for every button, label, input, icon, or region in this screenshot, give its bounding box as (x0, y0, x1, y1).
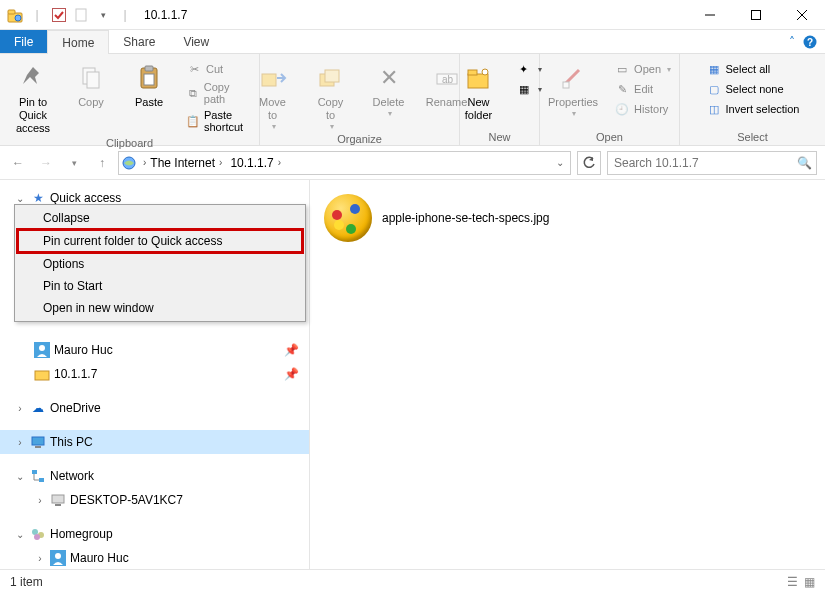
open-button[interactable]: ▭Open▾ (610, 60, 675, 78)
tab-view[interactable]: View (169, 30, 223, 53)
close-button[interactable] (779, 0, 825, 30)
svg-rect-1 (8, 10, 15, 14)
properties-button[interactable]: Properties▾ (544, 58, 602, 120)
sidebar-item-label: 10.1.1.7 (54, 367, 97, 381)
rename-icon: ab (431, 62, 463, 94)
address-dropdown-icon[interactable]: ⌄ (556, 157, 570, 168)
sidebar-item-label: Quick access (50, 191, 121, 205)
content-area[interactable]: apple-iphone-se-tech-specs.jpg (310, 180, 825, 569)
breadcrumb-leaf[interactable]: 10.1.1.7› (226, 152, 285, 174)
svg-rect-6 (752, 10, 761, 19)
select-none-button[interactable]: ▢Select none (702, 80, 804, 98)
search-icon: 🔍 (797, 156, 812, 170)
cut-button[interactable]: ✂Cut (182, 60, 251, 78)
chevron-right-icon[interactable]: › (34, 553, 46, 564)
document-icon[interactable] (72, 6, 90, 24)
sidebar-item-onedrive[interactable]: › ☁ OneDrive (0, 396, 309, 420)
sidebar-item-label: Mauro Huc (54, 343, 113, 357)
svg-rect-30 (35, 446, 41, 448)
sidebar-item-desktop-pc[interactable]: › DESKTOP-5AV1KC7 (0, 488, 309, 512)
chevron-right-icon[interactable]: › (14, 403, 26, 414)
tab-file[interactable]: File (0, 30, 47, 53)
copy-to-icon (315, 62, 347, 94)
ribbon: Pin to Quick access Copy Paste ✂Cut ⧉Cop… (0, 54, 825, 146)
select-all-button[interactable]: ▦Select all (702, 60, 804, 78)
checkbox-icon[interactable] (50, 6, 68, 24)
recent-locations-button[interactable]: ▾ (64, 153, 84, 173)
ctx-collapse[interactable]: Collapse (17, 207, 303, 229)
sidebar-item-label: OneDrive (50, 401, 101, 415)
large-icons-view-button[interactable]: ▦ (804, 575, 815, 589)
sidebar-item-ip[interactable]: 10.1.1.7 📌 (0, 362, 309, 386)
qat-separator: | (28, 6, 46, 24)
chevron-down-icon[interactable]: ⌄ (14, 193, 26, 204)
search-box[interactable]: 🔍 (607, 151, 817, 175)
network-icon (30, 468, 46, 484)
breadcrumb-root[interactable]: ›The Internet› (139, 152, 226, 174)
refresh-button[interactable] (577, 151, 601, 175)
computer-icon (50, 492, 66, 508)
location-icon (119, 155, 139, 171)
rename-button[interactable]: ab Rename (422, 58, 472, 111)
open-icon: ▭ (614, 61, 630, 77)
help-icon[interactable]: ? (803, 35, 817, 49)
maximize-button[interactable] (733, 0, 779, 30)
sidebar-item-homegroup-user[interactable]: › Mauro Huc (0, 546, 309, 569)
user-icon (50, 550, 66, 566)
list-item[interactable]: apple-iphone-se-tech-specs.jpg (324, 194, 811, 242)
search-input[interactable] (612, 155, 797, 171)
folder-icon (34, 366, 50, 382)
forward-button[interactable]: → (36, 153, 56, 173)
history-button[interactable]: 🕘History (610, 100, 675, 118)
sidebar-item-homegroup[interactable]: ⌄ Homegroup (0, 522, 309, 546)
window-title: 10.1.1.7 (144, 8, 187, 22)
chevron-right-icon[interactable]: › (14, 437, 26, 448)
chevron-down-icon[interactable]: ⌄ (14, 471, 26, 482)
delete-button[interactable]: ✕ Delete▾ (364, 58, 414, 120)
paste-shortcut-icon: 📋 (186, 113, 200, 129)
up-button[interactable]: ↑ (92, 153, 112, 173)
sidebar-item-mauro[interactable]: Mauro Huc 📌 (0, 338, 309, 362)
address-bar[interactable]: ›The Internet› 10.1.1.7› ⌄ (118, 151, 571, 175)
pin-to-quick-access-button[interactable]: Pin to Quick access (8, 58, 58, 137)
edit-button[interactable]: ✎Edit (610, 80, 675, 98)
paste-button[interactable]: Paste (124, 58, 174, 111)
svg-point-23 (482, 69, 488, 75)
titlebar: | ▾ | 10.1.1.7 (0, 0, 825, 30)
paste-shortcut-button[interactable]: 📋Paste shortcut (182, 108, 251, 134)
ctx-pin-folder[interactable]: Pin current folder to Quick access (16, 228, 304, 254)
copy-button[interactable]: Copy (66, 58, 116, 111)
svg-rect-18 (325, 70, 339, 82)
tab-home[interactable]: Home (47, 30, 109, 54)
sidebar-item-label: This PC (50, 435, 93, 449)
chevron-right-icon[interactable]: › (34, 495, 46, 506)
chevron-down-icon[interactable]: ⌄ (14, 529, 26, 540)
group-label-organize: Organize (268, 133, 451, 147)
status-item-count: 1 item (10, 575, 43, 589)
file-name: apple-iphone-se-tech-specs.jpg (382, 211, 549, 225)
copy-to-button[interactable]: Copy to▾ (306, 58, 356, 133)
back-button[interactable]: ← (8, 153, 28, 173)
qat-dropdown-icon[interactable]: ▾ (94, 6, 112, 24)
copy-path-button[interactable]: ⧉Copy path (182, 80, 251, 106)
sidebar-item-network[interactable]: ⌄ Network (0, 464, 309, 488)
sidebar-item-this-pc[interactable]: › This PC (0, 430, 309, 454)
homegroup-icon (30, 526, 46, 542)
move-to-button[interactable]: Move to▾ (248, 58, 298, 133)
invert-selection-button[interactable]: ◫Invert selection (702, 100, 804, 118)
pushpin-icon (17, 62, 49, 94)
minimize-button[interactable] (687, 0, 733, 30)
details-view-button[interactable]: ☰ (787, 575, 798, 589)
computer-icon (30, 434, 46, 450)
new-item-icon: ✦ (516, 61, 532, 77)
ribbon-collapse-icon[interactable]: ˄ (789, 35, 795, 49)
svg-text:?: ? (807, 37, 813, 48)
context-menu: Collapse Pin current folder to Quick acc… (14, 204, 306, 322)
ctx-open-new-window[interactable]: Open in new window (17, 297, 303, 319)
user-icon (34, 342, 50, 358)
ctx-pin-start[interactable]: Pin to Start (17, 275, 303, 297)
tab-share[interactable]: Share (109, 30, 169, 53)
sidebar-item-label: Network (50, 469, 94, 483)
group-label-clipboard: Clipboard (8, 137, 251, 151)
ctx-options[interactable]: Options (17, 253, 303, 275)
